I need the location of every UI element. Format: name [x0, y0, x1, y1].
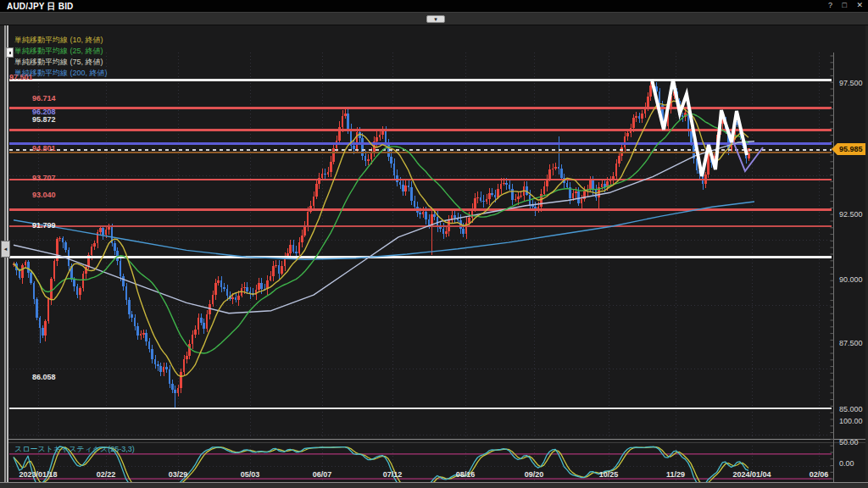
y-axis-label: 87.500 — [839, 339, 863, 347]
x-axis-label: 2024/01/04 — [725, 470, 779, 479]
window-title: AUD/JPY 日 BID — [7, 1, 74, 13]
window-controls: ? □ ✕ — [821, 1, 863, 9]
arrow-left-icon: ◂ — [4, 246, 8, 252]
maximize-button[interactable]: □ — [843, 1, 847, 9]
x-axis-label: 03/29 — [151, 470, 205, 479]
price-line-label-94.801: 94.801 — [32, 144, 56, 152]
price-line-label-91.799: 91.799 — [32, 221, 56, 230]
x-axis-label: 02/22 — [79, 470, 133, 479]
price-line-label-93.707: 93.707 — [32, 174, 56, 182]
legend-item-ma75[interactable]: 単純移動平均線 (75, 終値) — [14, 57, 103, 68]
price-line-label-93.040: 93.040 — [32, 191, 56, 199]
x-axis-label: 11/29 — [648, 470, 703, 479]
toolbar-collapse-button[interactable]: ▾ — [426, 15, 445, 23]
price-line-label-86.058: 86.058 — [32, 373, 56, 381]
y-axis-label: 92.500 — [839, 210, 863, 219]
subchart-axis-label: 100.00 — [839, 417, 863, 425]
price-line-label-95.872: 95.872 — [32, 115, 56, 124]
current-price-badge: 95.985 — [832, 143, 868, 155]
x-axis-label: 02/06 — [792, 470, 846, 479]
chart-canvas[interactable] — [0, 25, 868, 488]
close-button[interactable]: ✕ — [856, 1, 863, 9]
y-axis-label: 97.500 — [839, 79, 863, 87]
chart-area[interactable]: 単純移動平均線 (10, 終値)単純移動平均線 (25, 終値)単純移動平均線 … — [0, 25, 868, 488]
x-axis-label: 08/16 — [438, 470, 492, 479]
y-axis-label: 85.000 — [839, 405, 863, 413]
subchart-indicator-label[interactable]: スローストキャスティクス(25-3,3) — [14, 444, 135, 455]
toolbar: ▾ — [0, 12, 868, 25]
x-axis-label: 2023/01/18 — [11, 470, 65, 479]
help-button[interactable]: ? — [828, 1, 832, 9]
bottom-frame — [0, 482, 868, 488]
x-axis-label: 07/12 — [365, 470, 420, 479]
y-axis-label: 90.000 — [839, 275, 863, 284]
subchart-axis-label: 0.00 — [839, 459, 854, 468]
legend-item-ma10[interactable]: 単純移動平均線 (10, 終値) — [14, 35, 103, 46]
legend-item-ma25[interactable]: 単純移動平均線 (25, 終値) — [14, 46, 103, 57]
subchart-axis-label: 50.00 — [839, 438, 859, 446]
legend-item-ma200[interactable]: 単純移動平均線 (200, 終値) — [14, 68, 108, 79]
titlebar[interactable]: AUD/JPY 日 BID ? □ ✕ — [0, 0, 868, 12]
x-axis-label: 05/03 — [223, 470, 277, 479]
chart-window: AUD/JPY 日 BID ? □ ✕ ▾ 単純移動平均線 (10, 終値)単純… — [0, 0, 868, 488]
x-axis-label: 06/07 — [295, 470, 349, 479]
x-axis-label: 09/20 — [507, 470, 561, 479]
line-anchor-handle[interactable] — [6, 47, 14, 58]
pane-scroll-button[interactable]: ◂ — [1, 241, 10, 258]
price-line-label-96.714: 96.714 — [32, 94, 56, 103]
chevron-down-icon: ▾ — [434, 16, 437, 22]
x-axis-label: 10/25 — [581, 470, 636, 479]
